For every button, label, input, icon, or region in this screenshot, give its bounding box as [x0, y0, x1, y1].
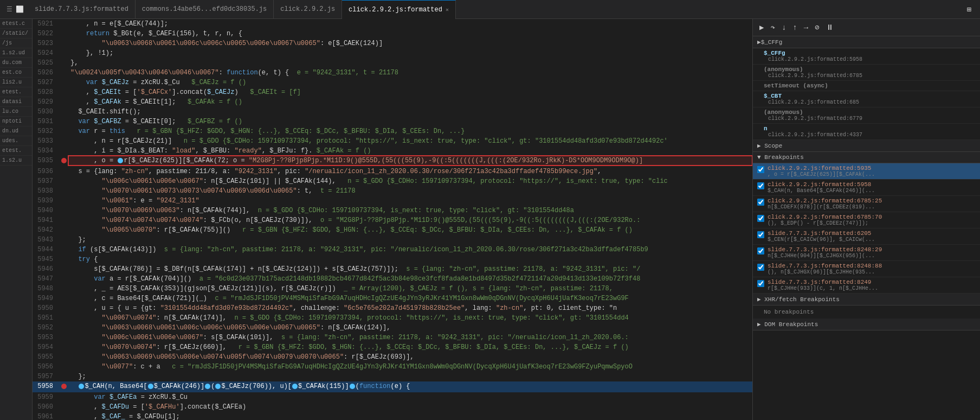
sidebar-toggle-icon[interactable]: ☰: [7, 5, 12, 14]
tab-click292-formatted[interactable]: click.2.9.2.js:formatted ✕: [342, 0, 456, 19]
bp-item-6785-70[interactable]: click.2.9.2.js:formatted:6785:70 (), $_E…: [753, 212, 980, 228]
table-row: 5923 "\u0063\u0068\u0061\u006c\u006c\u00…: [33, 39, 752, 48]
table-row: 5947 var a = r[$_CAFAk(704)]() a = "6c0d…: [33, 274, 752, 284]
sidebar-item-etest3[interactable]: etest.: [0, 146, 32, 156]
file-sidebar: etest.c /static/ /js 1.s2.ud du.com est.…: [0, 19, 33, 420]
table-row: 5946 s[$_CAFAk(786)] = $_DBf(n[$_CAFAk(1…: [33, 264, 752, 274]
sidebar-item-nptoti[interactable]: nptoti: [0, 117, 32, 126]
pause-on-exceptions-icon[interactable]: ⏸: [824, 22, 836, 33]
bp-item-slide-8249[interactable]: slide.7.7.3.js:formatted:8249 r[$_CJHHe(…: [753, 277, 980, 294]
step-into-icon[interactable]: ↓: [779, 22, 788, 33]
tab-label: click.2.9.2.js: [280, 5, 335, 13]
sidebar-item-1s2b[interactable]: 1.s2.u: [0, 156, 32, 166]
bp-checkbox-678570[interactable]: [757, 215, 764, 222]
call-stack-item-anon1[interactable]: (anonymous) click.2.9.2.js:formatted:678…: [753, 65, 980, 81]
dom-breakpoints-header[interactable]: ▶ DOM Breakpoints: [753, 319, 980, 330]
table-row: 5924 }, !1);: [33, 48, 752, 58]
table-row: 5929 , $_CAFAk = $_CAEIt[1]; $_CAFAk = f…: [33, 97, 752, 107]
code-editor[interactable]: 5921 , n = e[$_CAEK(744)]; 5922 return $…: [33, 19, 752, 420]
expand-panes-icon[interactable]: ⊞: [965, 4, 973, 15]
table-row: 5949 , c = Base64[$_CAFAk(721)](_) c = "…: [33, 294, 752, 303]
call-stack-item-cffg[interactable]: $_CFFg click.2.9.2.js:formatted:5958: [753, 48, 980, 65]
sidebar-item-udes[interactable]: udes.: [0, 136, 32, 146]
call-stack-item-anon2[interactable]: (anonymous) click.2.9.2.js:formatted:677…: [753, 107, 980, 124]
tab-slide773[interactable]: slide.7.7.3.js:formatted: [28, 0, 136, 19]
call-stack-item-n[interactable]: n click.2.9.2.js:formatted:4337: [753, 124, 980, 140]
bp-item-6785-25[interactable]: click.2.9.2.js:formatted:6785:25 n[$_CDE…: [753, 196, 980, 212]
bp-item-5958[interactable]: click.2.9.2.js:formatted:5958 $_CAH(n, B…: [753, 180, 980, 196]
call-stack-arrow: ▶: [757, 39, 761, 46]
table-row: 5959 var $_CAFEa = zXcRU.$_Cu: [33, 392, 752, 402]
code-lines: 5921 , n = e[$_CAEK(744)]; 5922 return $…: [33, 19, 752, 420]
breakpoints-header[interactable]: ▼ Breakpoints: [753, 152, 980, 163]
bp-item-slide-824888[interactable]: slide.7.7.3.js:formatted:8248:88 (), n[$…: [753, 261, 980, 277]
bp-item-slide-6205[interactable]: slide.7.7.3.js:formatted:6205 $_CEN(r[$_…: [753, 228, 980, 245]
xhr-breakpoints-header[interactable]: ▶ XHR/fetch Breakpoints: [753, 294, 980, 306]
step-over-icon[interactable]: ↷: [768, 22, 777, 33]
sidebar-item-lis2[interactable]: lis2.u: [0, 78, 32, 87]
resume-icon[interactable]: ▶: [757, 22, 766, 33]
editor-controls: ☰ ⬜: [2, 5, 28, 14]
tab-commons[interactable]: commons.14abe56...efd0dc38035.js: [136, 0, 274, 19]
table-row: 5942 "\u0065\u0070": r[$_CAFAk(755)]() r…: [33, 225, 752, 235]
call-stack-item-settimeout[interactable]: setTimeout (async): [753, 81, 980, 91]
table-row: 5936 s = {lang: "zh-cn", passtime: 211/8…: [33, 167, 752, 176]
bp-checkbox-slide6205[interactable]: [757, 231, 764, 238]
sources-icon[interactable]: ⬜: [16, 5, 24, 14]
no-xhr-breakpoints: No breakpoints: [753, 306, 980, 319]
close-tab-icon[interactable]: ✕: [446, 7, 449, 13]
call-stack-item-cbt[interactable]: $_CBT click.2.9.2.js:formatted:685: [753, 91, 980, 107]
deactivate-breakpoints-icon[interactable]: ⊘: [813, 22, 821, 33]
table-row: 5938 "\u0070\u0061\u0073\u0073\u0074\u00…: [33, 186, 752, 196]
bp-item-5935[interactable]: click.2.9.2.js:formatted:5935 , o = r[$_…: [753, 163, 980, 180]
main-area: etest.c /static/ /js 1.s2.ud du.com est.…: [0, 19, 980, 420]
bp-checkbox-slide8249[interactable]: [757, 280, 764, 287]
table-row: 5935 , o = r[$_CAEJz(625)][$_CAFAk(72; o…: [33, 156, 752, 167]
table-row: 5925 },: [33, 58, 752, 68]
tab-click292[interactable]: click.2.9.2.js: [274, 0, 342, 19]
table-row: 5945 try {: [33, 254, 752, 264]
step-icon[interactable]: →: [802, 22, 810, 33]
sidebar-item-dn[interactable]: dn.ud: [0, 126, 32, 136]
bp-checkbox-5958[interactable]: [757, 182, 764, 189]
tab-bar-right-controls: ⊞: [960, 4, 978, 15]
bp-checkbox-slide824888[interactable]: [757, 264, 764, 271]
sidebar-item-est[interactable]: est.co: [0, 68, 32, 78]
sidebar-item-1s2[interactable]: 1.s2.ud: [0, 48, 32, 58]
table-row: 5930 $_CAEIt.shift();: [33, 107, 752, 117]
table-row: 5926 "\u0024\u005f\u0043\u0046\u0046\u00…: [33, 68, 752, 78]
table-row: 5941 "\u0074\u0074\u0074\u0074": $_FCb(o…: [33, 215, 752, 225]
table-row: 5953 "\u006c\u0061\u006e\u0067": s[$_CAF…: [33, 333, 752, 342]
table-row: 5943 };: [33, 235, 752, 245]
bp-checkbox-slide824829[interactable]: [757, 247, 764, 254]
sidebar-item-etest2[interactable]: etest.: [0, 87, 32, 97]
tab-label: slide.7.7.3.js:formatted: [35, 5, 128, 13]
table-row: 5921 , n = e[$_CAEK(744)];: [33, 19, 752, 29]
sidebar-item-js[interactable]: /js: [0, 39, 32, 48]
left-panel: etest.c /static/ /js 1.s2.ud du.com est.…: [0, 19, 752, 420]
tab-label: click.2.9.2.js:formatted: [349, 6, 442, 14]
sidebar-item-du[interactable]: du.com: [0, 58, 32, 68]
table-row: 5932 var r = this r = $_GBN {$_HFZ: $GDO…: [33, 126, 752, 136]
scope-header[interactable]: ▶ Scope: [753, 140, 980, 152]
table-row: 5940 "\u0070\u0069\u0063": n[$_CAFAk(744…: [33, 206, 752, 215]
bp-item-slide-824829[interactable]: slide.7.7.3.js:formatted:8248:29 n[$_CJH…: [753, 245, 980, 261]
sidebar-item-lu[interactable]: lu.co: [0, 107, 32, 117]
table-row: 5956 "\u0077": c + a c = "rmJdSJF1D50jPV…: [33, 362, 752, 372]
call-stack-header[interactable]: ▶ $_CFFg: [753, 36, 980, 48]
table-row: 5950 , u = { u = {gt: "3101554dd48afd3d0…: [33, 303, 752, 313]
table-row: 5939 "\u0061": e = "9242_3131": [33, 196, 752, 206]
sidebar-item-etest[interactable]: etest.c: [0, 19, 32, 29]
table-row: 5955 "\u0063\u0069\u0065\u006e\u0074\u00…: [33, 352, 752, 362]
table-row: 5937 "\u006c\u0061\u006e\u0067": n[$_CAE…: [33, 176, 752, 186]
right-panel-content[interactable]: ▶ $_CFFg $_CFFg click.2.9.2.js:formatted…: [753, 36, 980, 420]
bp-checkbox-678525[interactable]: [757, 199, 764, 206]
sidebar-item-static[interactable]: /static/: [0, 29, 32, 39]
table-row: 5952 "\u0063\u0068\u0061\u006c\u006c\u00…: [33, 323, 752, 333]
sidebar-item-datasi[interactable]: datasi: [0, 97, 32, 107]
xhr-arrow: ▶ XHR/fetch Breakpoints: [757, 296, 840, 303]
step-out-icon[interactable]: ↑: [790, 22, 799, 33]
table-row: 5961 , $_CAF_ = $_CAFDu[1];: [33, 412, 752, 420]
right-panel: ▶ ↷ ↓ ↑ → ⊘ ⏸ ▶ $_CFFg $_CFFg click.2.9.…: [752, 19, 980, 420]
bp-checkbox-5935[interactable]: [757, 166, 764, 173]
